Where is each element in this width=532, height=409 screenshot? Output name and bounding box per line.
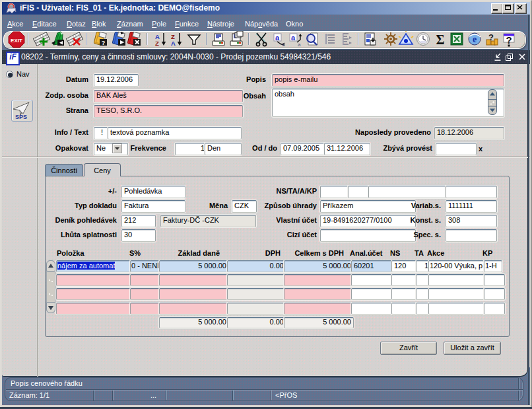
svg-text:Z: Z bbox=[155, 40, 159, 47]
svg-text:a: a bbox=[282, 42, 285, 48]
svg-text:?: ? bbox=[488, 32, 494, 42]
svg-text:Σ: Σ bbox=[436, 32, 444, 47]
svg-text:A: A bbox=[171, 40, 176, 47]
svg-text:?: ? bbox=[102, 40, 106, 46]
svg-text:?: ? bbox=[506, 34, 512, 46]
svg-text:a: a bbox=[298, 42, 301, 48]
svg-text:EXIT: EXIT bbox=[11, 38, 22, 44]
svg-text:e: e bbox=[473, 34, 477, 44]
